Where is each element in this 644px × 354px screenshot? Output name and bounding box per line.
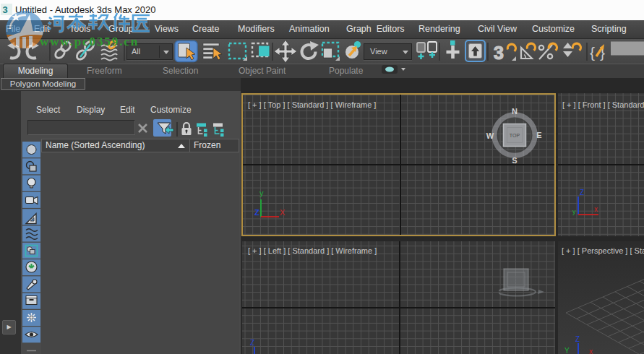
svg-text:{: { bbox=[590, 44, 595, 61]
svg-text:3: 3 bbox=[494, 43, 504, 63]
svg-text:Z: Z bbox=[254, 208, 259, 217]
svg-text:W: W bbox=[486, 131, 494, 140]
svg-text:x: x bbox=[594, 205, 598, 213]
svg-text:Z: Z bbox=[250, 339, 254, 347]
svg-text:y: y bbox=[259, 189, 264, 197]
svg-text:E: E bbox=[536, 131, 541, 139]
svg-text:Z: Z bbox=[580, 189, 584, 197]
svg-text:Y: Y bbox=[564, 347, 570, 354]
svg-text:LEFT: LEFT bbox=[510, 277, 522, 282]
svg-text:S: S bbox=[512, 156, 517, 165]
svg-text:X: X bbox=[280, 208, 285, 217]
svg-text:Z: Z bbox=[575, 335, 580, 343]
svg-text:TOP: TOP bbox=[510, 133, 520, 138]
svg-text:x: x bbox=[589, 347, 593, 354]
svg-text:N: N bbox=[512, 107, 518, 116]
svg-text:y: y bbox=[572, 208, 576, 215]
